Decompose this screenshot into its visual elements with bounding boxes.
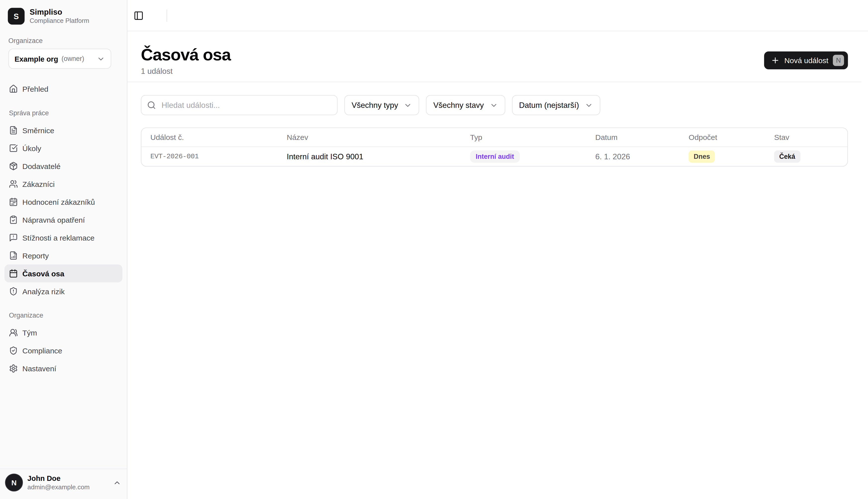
org-name: Example org [15,55,58,63]
search-icon [147,101,156,110]
countdown-badge: Dnes [689,150,715,163]
page-header: Časová osa 1 událost Nová událost N [127,31,861,82]
column-header-status: Stav [765,133,847,142]
house-icon [9,85,18,94]
panel-left-icon [134,10,144,21]
file-text-icon [9,126,18,135]
page-content: Všechny typy Všechny stavy Datum (nejsta… [127,82,861,180]
sidebar-toggle-button[interactable] [131,8,147,23]
column-header-date: Datum [586,133,680,142]
sidebar-nav: Přehled Správa práce Směrnice Úkoly Doda… [0,69,127,468]
sidebar-item-label: Stížnosti a reklamace [22,234,95,242]
search-box [141,95,338,115]
avatar: N [5,474,23,491]
sort-filter-dropdown[interactable]: Datum (nejstarší) [512,95,600,115]
sidebar-item-nastaveni[interactable]: Nastavení [4,360,123,377]
new-event-button[interactable]: Nová událost N [764,51,848,69]
event-date-cell: 6. 1. 2026 [586,152,680,161]
calendar-range-icon [9,197,18,207]
user-email: admin@example.com [27,483,90,491]
nav-section-organizace: Organizace [4,301,123,324]
sidebar-item-label: Časová osa [22,269,64,278]
chevron-down-icon [489,101,498,109]
nav-section-sprava-prace: Správa práce [4,98,123,122]
chevron-down-icon [404,101,412,109]
sidebar-item-hodnoceni-zakazniku[interactable]: Hodnocení zákazníků [4,193,123,211]
topbar-divider [167,9,167,22]
shield-alert-icon [9,287,18,296]
sidebar-item-label: Reporty [22,252,49,260]
status-filter-dropdown[interactable]: Všechny stavy [426,95,505,115]
sidebar-item-compliance[interactable]: Compliance [4,342,123,360]
users-icon [9,180,18,188]
event-count: 1 událost [141,66,231,75]
sidebar: S Simpliso Compliance Platform Organizac… [0,0,127,499]
user-menu[interactable]: N John Doe admin@example.com [0,469,127,499]
calendar-icon [9,269,18,278]
status-filter-label: Všechny stavy [433,101,484,110]
sidebar-item-stiznosti[interactable]: Stížnosti a reklamace [4,229,123,247]
brand: S Simpliso Compliance Platform [0,0,127,29]
message-square-warning-icon [9,233,18,242]
sidebar-item-napravna-opatreni[interactable]: Nápravná opatření [4,211,123,229]
status-badge: Čeká [774,150,800,163]
sidebar-item-zakaznici[interactable]: Zákazníci [4,175,123,193]
clipboard-check-icon [9,216,18,224]
sidebar-item-label: Přehled [22,85,48,93]
main-area: Časová osa 1 událost Nová událost N [127,0,868,499]
gear-icon [9,364,18,373]
sidebar-item-ukoly[interactable]: Úkoly [4,139,123,157]
sidebar-item-tym[interactable]: Tým [4,324,123,342]
page-scroll-area: Časová osa 1 událost Nová událost N [127,31,868,499]
column-header-event-id: Událost č. [141,133,278,142]
sidebar-item-label: Analýza rizik [22,287,65,296]
sidebar-item-label: Tým [22,329,37,337]
sidebar-item-label: Dodavatelé [22,162,61,170]
event-status-cell: Čeká [765,150,847,163]
search-input[interactable] [161,100,332,110]
event-type-cell: Interní audit [461,150,586,163]
sidebar-item-label: Zákazníci [22,180,55,188]
event-countdown-cell: Dnes [680,150,765,163]
sidebar-item-label: Hodnocení zákazníků [22,198,95,206]
app-window: S Simpliso Compliance Platform Organizac… [0,0,868,499]
event-name-cell: Interní audit ISO 9001 [278,152,461,161]
plus-icon [771,56,780,65]
org-section-label: Organizace [0,29,127,49]
square-check-icon [9,144,18,153]
brand-logo: S [8,8,25,25]
shield-check-icon [9,346,18,355]
column-header-name: Název [278,133,461,142]
org-selector[interactable]: Example org (owner) [9,49,111,69]
chevron-down-icon [97,55,105,63]
users-round-icon [9,328,18,337]
sidebar-item-casova-osa[interactable]: Časová osa [4,265,123,282]
new-event-label: Nová událost [784,56,828,65]
sidebar-item-reporty[interactable]: Reporty [4,247,123,265]
page-title: Časová osa [141,46,231,64]
column-header-type: Typ [461,133,586,142]
events-table: Událost č. Název Typ Datum Odpočet Stav … [141,127,848,167]
sidebar-item-dodavatele[interactable]: Dodavatelé [4,157,123,175]
event-id-cell: EVT-2026-001 [141,153,278,160]
sidebar-item-label: Compliance [22,346,62,355]
topbar [127,0,868,31]
chevron-down-icon [584,101,593,109]
type-filter-label: Všechny typy [351,101,398,110]
sidebar-item-label: Směrnice [22,126,54,135]
filter-bar: Všechny typy Všechny stavy Datum (nejsta… [141,95,848,115]
brand-name: Simpliso [29,7,89,17]
sidebar-item-label: Nastavení [22,364,57,373]
sidebar-item-prehled[interactable]: Přehled [4,80,123,98]
sidebar-item-label: Úkoly [22,144,41,153]
type-filter-dropdown[interactable]: Všechny typy [344,95,419,115]
sidebar-item-smernice[interactable]: Směrnice [4,122,123,139]
type-badge: Interní audit [470,150,520,163]
sidebar-item-analyza-rizik[interactable]: Analýza rizik [4,282,123,301]
column-header-countdown: Odpočet [680,133,765,142]
sidebar-item-label: Nápravná opatření [22,216,85,224]
org-role: (owner) [62,55,85,63]
brand-tagline: Compliance Platform [29,17,89,25]
table-header-row: Událost č. Název Typ Datum Odpočet Stav [141,128,847,147]
table-row[interactable]: EVT-2026-001 Interní audit ISO 9001 Inte… [141,147,847,166]
